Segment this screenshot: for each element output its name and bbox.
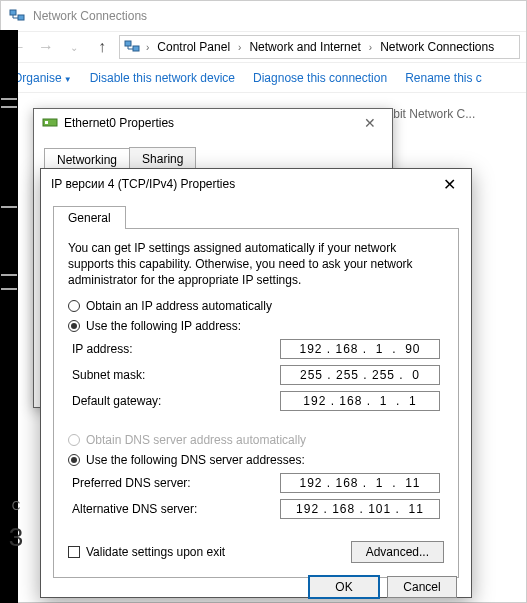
breadcrumb-item[interactable]: Network Connections	[376, 38, 498, 56]
background-fragment: C	[0, 499, 32, 513]
dialog-buttons: OK Cancel	[309, 576, 457, 598]
svg-rect-2	[125, 41, 131, 46]
subnet-mask-input[interactable]	[280, 365, 440, 385]
chevron-right-icon[interactable]: ›	[369, 42, 372, 53]
radio-obtain-ip-auto[interactable]: Obtain an IP address automatically	[68, 299, 444, 313]
radio-icon	[68, 454, 80, 466]
ethernet-title: Ethernet0 Properties	[64, 116, 174, 130]
svg-rect-0	[10, 10, 16, 15]
radio-use-static-ip[interactable]: Use the following IP address:	[68, 319, 444, 333]
radio-obtain-dns-auto: Obtain DNS server address automatically	[68, 433, 444, 447]
network-adapter-icon	[42, 114, 58, 133]
svg-rect-3	[133, 46, 139, 51]
ok-button[interactable]: OK	[309, 576, 379, 598]
explorer-title: Network Connections	[33, 9, 147, 23]
ip-address-input[interactable]	[280, 339, 440, 359]
preferred-dns-label: Preferred DNS server:	[72, 476, 191, 490]
breadcrumb-bar[interactable]: › Control Panel › Network and Internet ›…	[119, 35, 520, 59]
network-connections-icon	[9, 7, 25, 26]
svg-rect-5	[45, 121, 48, 124]
svg-rect-1	[18, 15, 24, 20]
validate-checkbox[interactable]: Validate settings upon exit	[68, 545, 225, 559]
dropdown-arrow-icon: ▼	[64, 75, 72, 84]
advanced-button[interactable]: Advanced...	[351, 541, 444, 563]
address-bar: ← → ⌄ ↑ › Control Panel › Network and In…	[1, 31, 526, 63]
tab-sharing[interactable]: Sharing	[129, 147, 196, 170]
disable-device-button[interactable]: Disable this network device	[90, 71, 235, 85]
background-window-edge	[0, 30, 18, 603]
diagnose-button[interactable]: Diagnose this connection	[253, 71, 387, 85]
ipv4-properties-window: IP версии 4 (TCP/IPv4) Properties ✕ Gene…	[40, 168, 472, 598]
tab-general[interactable]: General	[53, 206, 126, 229]
rename-button[interactable]: Rename this c	[405, 71, 482, 85]
forward-button[interactable]: →	[35, 38, 57, 56]
background-fragment: 3	[0, 522, 32, 553]
radio-icon	[68, 300, 80, 312]
ipv4-tabs: General	[53, 205, 459, 229]
breadcrumb-item[interactable]: Control Panel	[153, 38, 234, 56]
explorer-titlebar: Network Connections	[1, 1, 526, 31]
radio-use-static-dns[interactable]: Use the following DNS server addresses:	[68, 453, 444, 467]
preferred-dns-input[interactable]	[280, 473, 440, 493]
subnet-mask-label: Subnet mask:	[72, 368, 145, 382]
ipv4-titlebar[interactable]: IP версии 4 (TCP/IPv4) Properties ✕	[41, 169, 471, 199]
close-button[interactable]: ✕	[437, 175, 461, 194]
general-panel: You can get IP settings assigned automat…	[53, 228, 459, 578]
explorer-toolbar: Organise▼ Disable this network device Di…	[1, 63, 526, 93]
dns-group: Preferred DNS server: Alternative DNS se…	[68, 473, 444, 531]
description-text: You can get IP settings assigned automat…	[68, 240, 444, 289]
cancel-button[interactable]: Cancel	[387, 576, 457, 598]
ipv4-title: IP версии 4 (TCP/IPv4) Properties	[51, 177, 235, 191]
radio-icon	[68, 320, 80, 332]
checkbox-icon	[68, 546, 80, 558]
network-connections-icon	[124, 38, 140, 57]
ip-group: IP address: Subnet mask: Default gateway…	[68, 339, 444, 423]
alternative-dns-label: Alternative DNS server:	[72, 502, 197, 516]
breadcrumb-item[interactable]: Network and Internet	[245, 38, 364, 56]
recent-dropdown[interactable]: ⌄	[63, 42, 85, 53]
alternative-dns-input[interactable]	[280, 499, 440, 519]
default-gateway-input[interactable]	[280, 391, 440, 411]
up-button[interactable]: ↑	[91, 38, 113, 56]
chevron-right-icon[interactable]: ›	[238, 42, 241, 53]
default-gateway-label: Default gateway:	[72, 394, 161, 408]
ethernet-titlebar[interactable]: Ethernet0 Properties ✕	[34, 109, 392, 137]
chevron-right-icon[interactable]: ›	[146, 42, 149, 53]
organise-menu[interactable]: Organise▼	[13, 71, 72, 85]
radio-icon	[68, 434, 80, 446]
close-button[interactable]: ✕	[356, 115, 384, 131]
ip-address-label: IP address:	[72, 342, 132, 356]
